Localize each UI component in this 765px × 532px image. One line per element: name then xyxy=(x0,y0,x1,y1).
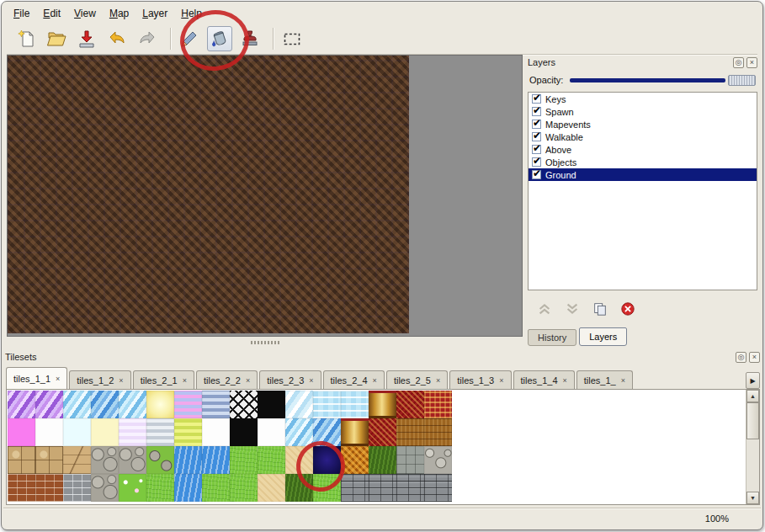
tile-dgr[interactable] xyxy=(369,446,396,474)
tile-dgr[interactable] xyxy=(285,474,313,502)
tileset-tab-tiles_2_2[interactable]: tiles_2_2× xyxy=(196,370,258,389)
move-layer-down-button[interactable] xyxy=(564,301,581,317)
tile-pkst[interactable] xyxy=(174,391,202,418)
scrollbar-thumb[interactable] xyxy=(746,402,759,439)
tile-bsl[interactable] xyxy=(285,391,313,418)
scroll-down-icon[interactable]: ▼ xyxy=(746,492,759,504)
tile-lvst[interactable] xyxy=(119,418,146,446)
tile-wht[interactable] xyxy=(35,418,63,446)
tile-blst[interactable] xyxy=(202,391,230,418)
tile-wt[interactable] xyxy=(341,391,369,418)
open-button[interactable] xyxy=(44,26,69,51)
tile-tcr[interactable] xyxy=(63,446,91,474)
tile-wall[interactable] xyxy=(396,474,424,502)
marquee-select-button[interactable] xyxy=(279,26,305,51)
tile-pyl[interactable] xyxy=(91,418,119,446)
tile-blk[interactable] xyxy=(230,418,258,446)
tile-nvy[interactable] xyxy=(313,446,341,474)
layer-row-spawn[interactable]: Spawn xyxy=(529,105,757,118)
tab-close-icon[interactable]: × xyxy=(563,376,567,385)
tile-mag[interactable] xyxy=(8,418,35,446)
tile-tst[interactable] xyxy=(35,446,63,474)
tile-ps[interactable] xyxy=(8,391,35,418)
layer-row-ground[interactable]: Ground xyxy=(529,168,757,181)
menu-edit[interactable]: Edit xyxy=(36,5,67,22)
tile-ps[interactable] xyxy=(35,391,63,418)
new-file-button[interactable] xyxy=(13,26,39,51)
tab-close-icon[interactable]: × xyxy=(183,376,187,385)
close-panel-icon[interactable]: × xyxy=(746,57,757,68)
layer-row-keys[interactable]: Keys xyxy=(529,93,757,105)
tile-wood[interactable] xyxy=(396,418,424,446)
tileset-tab-tiles_1_2[interactable]: tiles_1_2× xyxy=(69,370,130,389)
tile-bs[interactable] xyxy=(285,418,313,446)
tile-grs[interactable] xyxy=(202,474,230,502)
tile-cyn[interactable] xyxy=(63,418,91,446)
tile-bs[interactable] xyxy=(119,391,146,418)
move-layer-up-button[interactable] xyxy=(536,301,553,317)
tileset-tab-tiles_2_1[interactable]: tiles_2_1× xyxy=(133,370,194,389)
tab-close-icon[interactable]: × xyxy=(309,376,313,385)
panel-tab-history[interactable]: History xyxy=(528,329,576,346)
menu-map[interactable]: Map xyxy=(103,5,135,22)
tile-dwt[interactable] xyxy=(174,446,202,474)
scroll-up-icon[interactable]: ▲ xyxy=(746,390,759,402)
tile-chk[interactable] xyxy=(230,391,258,418)
panel-tab-layers[interactable]: Layers xyxy=(579,327,627,346)
layer-row-mapevents[interactable]: Mapevents xyxy=(529,118,757,130)
map-viewport[interactable] xyxy=(7,55,523,337)
opacity-thumb[interactable] xyxy=(728,75,756,86)
tileset-tab-tiles_2_5[interactable]: tiles_2_5× xyxy=(386,370,448,389)
brush-tool-button[interactable] xyxy=(177,26,202,51)
tile-gcb[interactable] xyxy=(119,446,146,474)
save-button[interactable] xyxy=(74,26,99,51)
stamp-tool-button[interactable] xyxy=(237,26,263,51)
tile-gyst[interactable] xyxy=(146,418,174,446)
tile-grs[interactable] xyxy=(258,446,285,474)
tile-rcp[interactable] xyxy=(396,391,424,418)
float-panel-icon[interactable]: ◎ xyxy=(736,352,746,363)
tile-wht[interactable] xyxy=(258,418,285,446)
map-canvas[interactable] xyxy=(8,56,409,333)
tile-blk[interactable] xyxy=(258,391,285,418)
tile-dwt[interactable] xyxy=(174,474,202,502)
tile-grs[interactable] xyxy=(313,474,341,502)
fill-tool-button[interactable] xyxy=(207,26,232,51)
layer-visibility-checkbox[interactable] xyxy=(532,132,541,141)
tile-gcb[interactable] xyxy=(91,474,119,502)
tab-close-icon[interactable]: × xyxy=(56,375,60,383)
close-panel-icon[interactable]: × xyxy=(749,352,760,363)
tile-gbrk[interactable] xyxy=(63,474,91,502)
tile-grs[interactable] xyxy=(146,474,174,502)
tab-close-icon[interactable]: × xyxy=(621,376,625,385)
tile-flw[interactable] xyxy=(119,474,146,502)
tile-wood[interactable] xyxy=(424,418,452,446)
tileset-tab-tiles_2_4[interactable]: tiles_2_4× xyxy=(323,370,385,389)
opacity-track[interactable] xyxy=(570,78,725,82)
menu-help[interactable]: Help xyxy=(174,5,209,22)
tile-bs[interactable] xyxy=(63,391,91,418)
palette-scrollbar[interactable]: ▲ ▼ xyxy=(746,390,759,504)
tile-orn[interactable] xyxy=(341,446,369,474)
tile-brk[interactable] xyxy=(8,474,35,502)
layer-visibility-checkbox[interactable] xyxy=(532,94,541,104)
layer-visibility-checkbox[interactable] xyxy=(532,107,541,116)
tile-wall[interactable] xyxy=(369,474,396,502)
tab-close-icon[interactable]: × xyxy=(119,376,123,385)
menu-layer[interactable]: Layer xyxy=(135,5,174,22)
tile-gry[interactable] xyxy=(396,446,424,474)
tab-close-icon[interactable]: × xyxy=(499,376,503,385)
tile-pil[interactable] xyxy=(341,418,369,446)
tab-close-icon[interactable]: × xyxy=(246,376,250,385)
tile-dwt[interactable] xyxy=(202,446,230,474)
opacity-slider[interactable] xyxy=(570,74,756,87)
horizontal-splitter[interactable] xyxy=(7,338,523,346)
tile-grs[interactable] xyxy=(230,474,258,502)
layer-visibility-checkbox[interactable] xyxy=(532,120,541,129)
tile-grv[interactable] xyxy=(424,446,452,474)
layer-row-objects[interactable]: Objects xyxy=(529,156,757,168)
undo-button[interactable] xyxy=(104,26,130,51)
tile-gcb[interactable] xyxy=(91,446,119,474)
tile-wall[interactable] xyxy=(341,474,369,502)
tile-bs2[interactable] xyxy=(313,418,341,446)
